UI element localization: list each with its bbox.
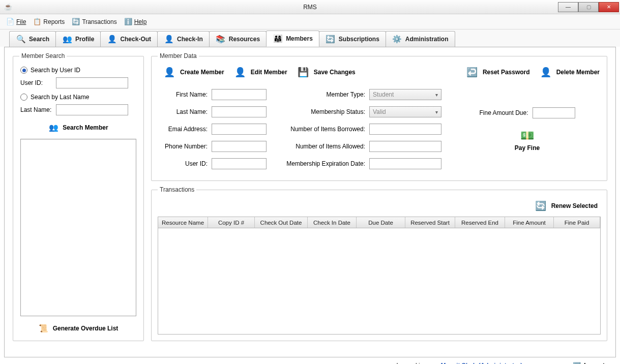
col-reserved-start[interactable]: Reserved Start: [405, 217, 455, 228]
col-fine-amount[interactable]: Fine Amount: [505, 217, 554, 228]
save-icon: 💾: [297, 66, 310, 79]
borrowed-label: Number of Items Borrowed:: [274, 126, 365, 133]
member-data-legend: Member Data: [158, 52, 199, 59]
lastname-search-label: Last Name:: [20, 106, 56, 113]
lastname-search-input[interactable]: [56, 104, 128, 115]
java-icon: ☕: [4, 3, 12, 11]
expiry-input[interactable]: [369, 158, 441, 169]
lastname-label: Last Name:: [161, 108, 208, 115]
create-member-icon: 👤: [163, 66, 176, 79]
tab-subscriptions-label: Subscriptions: [339, 36, 379, 43]
search-member-button[interactable]: 👥 Search Member: [19, 123, 137, 133]
search-results-list[interactable]: [20, 139, 136, 316]
administration-icon: ⚙️: [392, 34, 402, 44]
create-member-button[interactable]: 👤 Create Member: [163, 66, 224, 79]
reports-icon: 📋: [33, 18, 41, 26]
renew-selected-label: Renew Selected: [551, 202, 598, 209]
allowed-label: Number of Items Allowed:: [274, 143, 365, 150]
radio-lastname-label: Search by Last Name: [31, 94, 89, 101]
save-changes-button[interactable]: 💾 Save Changes: [297, 66, 356, 79]
checkout-icon: 👤: [107, 34, 117, 44]
menu-file-label: File: [16, 18, 26, 25]
profile-icon: 👥: [62, 34, 72, 44]
pay-fine-button[interactable]: 💵 Pay Fine: [512, 129, 543, 151]
tab-profile[interactable]: 👥Profile: [55, 31, 101, 47]
window-minimize-button[interactable]: —: [558, 2, 578, 12]
logout-icon: ➡️: [573, 361, 581, 364]
phone-input[interactable]: [212, 141, 267, 152]
userid-md-label: User ID:: [161, 160, 208, 167]
col-copy-id[interactable]: Copy ID #: [208, 217, 255, 228]
transactions-table[interactable]: Resource Name Copy ID # Check Out Date C…: [158, 217, 601, 335]
allowed-input[interactable]: [369, 141, 441, 152]
save-changes-label: Save Changes: [314, 69, 356, 76]
radio-lastname-indicator: [20, 94, 27, 101]
fine-due-input[interactable]: [533, 107, 575, 118]
member-type-value: Student: [373, 91, 394, 98]
tab-checkin-label: Check-In: [177, 36, 203, 43]
member-type-label: Member Type:: [274, 91, 365, 98]
radio-search-by-userid[interactable]: Search by User ID: [20, 67, 137, 74]
col-reserved-end[interactable]: Reserved End: [455, 217, 505, 228]
col-checkout-date[interactable]: Check Out Date: [255, 217, 308, 228]
delete-member-button[interactable]: 👤 Delete Member: [539, 66, 600, 79]
search-member-icon: 👥: [48, 123, 58, 133]
search-icon: 🔍: [16, 34, 26, 44]
reset-password-button[interactable]: ↩️ Reset Password: [465, 66, 530, 79]
col-fine-paid[interactable]: Fine Paid: [554, 217, 600, 228]
window-title: RMS: [303, 4, 317, 11]
menu-help-label: Help: [134, 18, 147, 25]
window-close-button[interactable]: ✕: [599, 2, 619, 12]
edit-member-button[interactable]: 👤 Edit Member: [233, 66, 287, 79]
col-due-date[interactable]: Due Date: [357, 217, 405, 228]
transactions-header: Resource Name Copy ID # Check Out Date C…: [158, 217, 600, 228]
tab-search-label: Search: [29, 36, 49, 43]
fine-due-label: Fine Amount Due:: [479, 109, 528, 116]
reset-password-label: Reset Password: [483, 69, 530, 76]
radio-search-by-lastname[interactable]: Search by Last Name: [20, 94, 137, 101]
tab-administration[interactable]: ⚙️Administration: [386, 31, 455, 47]
member-type-select[interactable]: Student: [369, 89, 441, 100]
email-input[interactable]: [212, 124, 267, 135]
status-select[interactable]: Valid: [369, 106, 441, 117]
renew-selected-button[interactable]: 🔄 Renew Selected: [534, 199, 598, 213]
reset-password-icon: ↩️: [465, 66, 479, 79]
lastname-input[interactable]: [212, 106, 267, 117]
overdue-icon: 📜: [39, 323, 49, 333]
cash-icon: 💵: [512, 129, 543, 143]
tab-search[interactable]: 🔍Search: [9, 31, 56, 47]
userid-md-input[interactable]: [212, 158, 267, 169]
members-icon: 👨‍👩‍👧: [273, 34, 283, 44]
file-icon: 📄: [6, 18, 14, 26]
titlebar: ☕ RMS — ▢ ✕: [0, 0, 620, 14]
tab-resources-label: Resources: [229, 36, 260, 43]
generate-overdue-button[interactable]: 📜 Generate Overdue List: [19, 321, 137, 335]
tab-members[interactable]: 👨‍👩‍👧Members: [266, 31, 319, 47]
tab-resources[interactable]: 📚Resources: [209, 31, 267, 47]
tab-subscriptions[interactable]: 🔄Subscriptions: [319, 31, 386, 47]
menu-file[interactable]: 📄 File: [6, 18, 26, 26]
menu-transactions[interactable]: 🔄 Transactions: [72, 18, 116, 26]
tab-profile-label: Profile: [75, 36, 94, 43]
tabbar: 🔍Search 👥Profile 👤Check-Out 👤Check-In 📚R…: [0, 29, 620, 47]
delete-member-label: Delete Member: [556, 69, 600, 76]
userid-input[interactable]: [56, 77, 128, 88]
window-maximize-button[interactable]: ▢: [578, 2, 599, 12]
tab-checkin[interactable]: 👤Check-In: [157, 31, 210, 47]
borrowed-input[interactable]: [369, 124, 441, 135]
menu-reports[interactable]: 📋 Reports: [33, 18, 65, 26]
edit-member-label: Edit Member: [251, 69, 287, 76]
status-label: Membership Status:: [274, 108, 365, 115]
transactions-legend: Transactions: [158, 186, 196, 193]
checkin-icon: 👤: [164, 34, 174, 44]
radio-userid-indicator: [20, 67, 27, 74]
create-member-label: Create Member: [180, 69, 224, 76]
delete-member-icon: 👤: [539, 66, 552, 79]
col-resource-name[interactable]: Resource Name: [158, 217, 208, 228]
menu-help[interactable]: ℹ️ Help: [124, 18, 147, 26]
col-checkin-date[interactable]: Check In Date: [308, 217, 357, 228]
logout-button[interactable]: ➡️ Logout: [573, 361, 605, 364]
tab-checkout-label: Check-Out: [120, 36, 151, 43]
firstname-input[interactable]: [212, 89, 267, 100]
tab-checkout[interactable]: 👤Check-Out: [100, 31, 158, 47]
